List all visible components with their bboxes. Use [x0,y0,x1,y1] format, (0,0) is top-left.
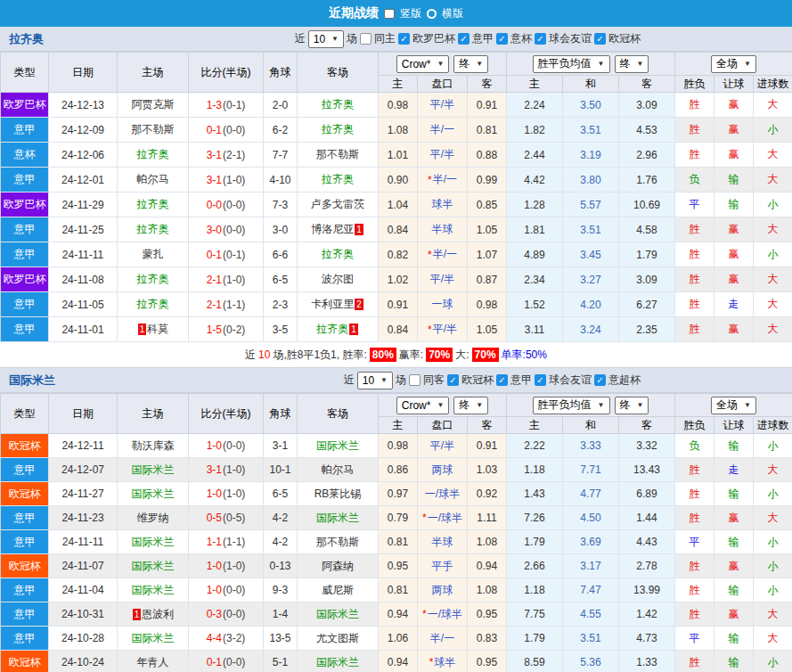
away-team[interactable]: 拉齐奥 [322,172,354,187]
filter-bar: 近10▼场同主✓欧罗巴杯✓意甲✓意杯✓球会友谊✓欧冠杯 [295,30,641,48]
home-team[interactable]: 拉齐奥 [137,297,169,312]
live-odds-star: * [429,656,434,668]
away-team[interactable]: 那不勒斯 [316,535,359,550]
away-team[interactable]: 国际米兰 [316,607,359,622]
same-venue-checkbox[interactable] [360,33,372,45]
league-filter-checkbox[interactable]: ✓ [594,374,606,386]
away-team-cell: 卡利亚里2 [298,292,379,317]
time-select[interactable]: 终▼ [615,397,649,414]
away-team[interactable]: 波尔图 [322,272,354,287]
avg-type-select[interactable]: 胜平负均值▼ [533,397,610,414]
match-count-select[interactable]: 10▼ [308,30,344,48]
handicap-result: 赢 [714,93,754,118]
home-odds: 1.06 [379,627,418,651]
corner-score: 13-5 [264,627,298,651]
team-name: 国际米兰 [9,373,55,389]
home-team[interactable]: 国际米兰 [132,583,175,598]
handicap-value: 半球 [432,222,453,237]
card-count-badge: 1 [133,609,142,620]
scope-select[interactable]: 全场▼ [711,55,756,73]
avg-home-odds: 7.75 [507,602,563,627]
home-team[interactable]: 蒙扎 [143,247,164,262]
goals-result: 小 [754,651,792,672]
sub-column-header: 客 [468,417,507,434]
away-team[interactable]: 帕尔马 [322,463,354,478]
bookmaker-select[interactable]: Crow*▼ [396,55,450,73]
league-filter-checkbox[interactable]: ✓ [535,33,546,45]
match-count-select[interactable]: 10▼ [357,372,393,389]
match-result: 胜 [675,458,714,482]
vertical-layout-radio[interactable] [384,9,395,19]
avg-away-odds: 4.73 [619,627,675,651]
home-team[interactable]: 拉齐奥 [137,222,169,237]
avg-type-select-value: 胜平负均值 [538,397,592,413]
handicap-value: 平/半 [430,272,454,287]
away-team[interactable]: 国际米兰 [316,511,359,526]
home-odds: 1.02 [379,267,418,292]
scope-select-value: 全场 [716,56,738,71]
halftime-score: (0-0) [223,199,245,211]
home-team[interactable]: 拉齐奥 [137,147,169,162]
bookmaker-select[interactable]: Crow*▼ [396,397,450,414]
avg-home-odds: 2.66 [507,554,563,578]
home-team[interactable]: 国际米兰 [132,631,175,646]
away-odds: 0.87 [468,267,507,292]
time-select[interactable]: 终▼ [453,397,488,414]
home-team[interactable]: 勒沃库森 [132,438,175,454]
avg-draw-odds: 3.45 [563,242,619,267]
away-odds: 1.08 [468,578,507,602]
home-team[interactable]: 拉齐奥 [137,197,169,212]
home-team[interactable]: 国际米兰 [132,535,175,550]
home-team[interactable]: 那不勒斯 [132,122,175,137]
away-team[interactable]: 拉齐奥 [316,322,348,337]
handicap-value: 两球 [432,463,453,478]
horizontal-layout-radio[interactable] [427,9,437,19]
home-team[interactable]: 国际米兰 [132,487,175,502]
away-team[interactable]: 那不勒斯 [316,147,359,162]
page-title: 近期战绩 [329,5,379,21]
time-select[interactable]: 终▼ [453,55,488,73]
avg-type-select[interactable]: 胜平负均值▼ [533,55,610,73]
match-result: 胜 [675,317,714,342]
away-team[interactable]: 国际米兰 [316,438,359,454]
league-filter-checkbox[interactable]: ✓ [458,33,469,45]
home-team[interactable]: 国际米兰 [132,559,175,574]
away-team[interactable]: 阿森纳 [322,559,354,574]
goals-result: 大 [754,292,792,317]
scope-select[interactable]: 全场▼ [711,397,756,414]
handicap-value: 一/球半 [428,511,462,526]
home-team[interactable]: 维罗纳 [137,511,169,526]
avg-draw-odds: 3.51 [563,627,619,651]
away-team[interactable]: 卡利亚里 [311,297,354,312]
away-team[interactable]: 威尼斯 [322,583,354,598]
away-team[interactable]: 国际米兰 [316,655,359,670]
league-filter-checkbox[interactable]: ✓ [447,374,459,386]
away-team[interactable]: 拉齐奥 [322,97,354,112]
league-filter-checkbox[interactable]: ✓ [398,33,410,45]
away-team[interactable]: 尤文图斯 [316,631,359,646]
home-team[interactable]: 国际米兰 [132,463,175,478]
league-filter-checkbox[interactable]: ✓ [496,374,508,386]
home-team[interactable]: 阿贾克斯 [132,97,175,112]
score-cell: 1-0(0-0) [189,434,264,458]
corner-score: 6-5 [264,267,298,292]
horizontal-layout-label[interactable]: 横版 [442,6,463,21]
home-team[interactable]: 科莫 [147,322,168,337]
league-filter-checkbox[interactable]: ✓ [535,374,546,386]
away-team[interactable]: 博洛尼亚 [311,222,354,237]
home-team[interactable]: 拉齐奥 [137,272,169,287]
away-team[interactable]: 拉齐奥 [322,247,354,262]
goals-result: 大 [754,602,792,627]
time-select[interactable]: 终▼ [615,55,649,73]
vertical-layout-label[interactable]: 竖版 [400,6,421,21]
same-venue-checkbox[interactable] [409,374,420,386]
league-filter-checkbox[interactable]: ✓ [594,33,606,45]
home-team[interactable]: 年青人 [137,655,169,670]
home-team[interactable]: 恩波利 [142,607,174,622]
league-filter-checkbox[interactable]: ✓ [496,33,508,45]
away-team[interactable]: 拉齐奥 [322,122,354,137]
handicap-result: 输 [714,434,754,458]
away-team[interactable]: 卢多戈雷茨 [311,197,364,212]
away-team[interactable]: RB莱比锡 [314,487,362,502]
home-team[interactable]: 帕尔马 [137,172,169,187]
